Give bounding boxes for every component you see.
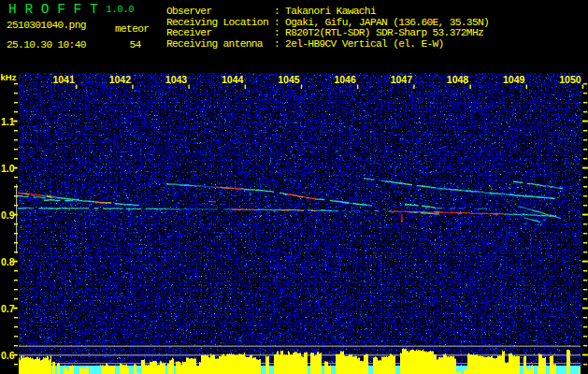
svg-text:0.7: 0.7 bbox=[1, 303, 15, 314]
svg-text:54: 54 bbox=[130, 39, 142, 50]
svg-text:1041: 1041 bbox=[52, 74, 75, 85]
svg-text:kHz: kHz bbox=[1, 72, 17, 82]
svg-text:2510301040.png: 2510301040.png bbox=[7, 20, 86, 31]
svg-text:1046: 1046 bbox=[334, 74, 356, 85]
svg-text:H R O F F T: H R O F F T bbox=[8, 2, 98, 17]
svg-text:: 2el-HB9CV Vertical (el. E-W): : 2el-HB9CV Vertical (el. E-W) bbox=[274, 38, 444, 50]
svg-text:1049: 1049 bbox=[503, 74, 525, 85]
svg-text:1043: 1043 bbox=[165, 74, 188, 85]
svg-text:1.0.0: 1.0.0 bbox=[107, 5, 135, 15]
svg-text:1042: 1042 bbox=[109, 74, 132, 85]
svg-text:1045: 1045 bbox=[278, 74, 300, 85]
svg-text:1.1: 1.1 bbox=[1, 116, 15, 127]
svg-text:: Ogaki, Gifu, JAPAN (136.60E,: : Ogaki, Gifu, JAPAN (136.60E, 35.35N) bbox=[274, 17, 489, 28]
svg-text:1048: 1048 bbox=[447, 74, 469, 85]
svg-text:25.10.30 10:40: 25.10.30 10:40 bbox=[7, 39, 87, 50]
svg-text:Receiver: Receiver bbox=[166, 27, 211, 38]
svg-text:0.6: 0.6 bbox=[1, 350, 15, 361]
svg-text:: Takanori Kawachi: : Takanori Kawachi bbox=[274, 6, 377, 17]
svg-text:: R820T2(RTL-SDR) SDR-Sharp 53: : R820T2(RTL-SDR) SDR-Sharp 53.372MHz bbox=[274, 27, 483, 38]
svg-text:1047: 1047 bbox=[391, 74, 413, 85]
svg-text:meteor: meteor bbox=[115, 23, 149, 35]
svg-text:Receiving Location: Receiving Location bbox=[166, 17, 268, 28]
svg-text:1044: 1044 bbox=[222, 74, 244, 85]
svg-text:Receiving antenna: Receiving antenna bbox=[166, 38, 264, 50]
svg-text:1050: 1050 bbox=[559, 74, 581, 85]
svg-text:Observer: Observer bbox=[166, 6, 211, 17]
svg-text:0.9: 0.9 bbox=[1, 209, 15, 221]
svg-text:1.0: 1.0 bbox=[1, 163, 15, 174]
svg-text:0.8: 0.8 bbox=[1, 256, 15, 267]
